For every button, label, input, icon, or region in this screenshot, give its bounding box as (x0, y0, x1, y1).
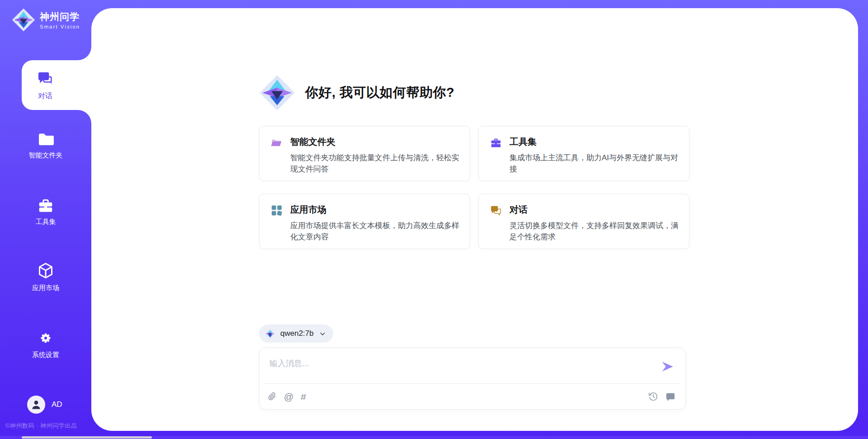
card-title: 对话 (509, 204, 681, 216)
sidebar-item-label: 对话 (38, 91, 52, 101)
tiles-grid-icon (271, 205, 283, 216)
feature-card-toolkit[interactable]: 工具集 集成市场上主流工具，助力AI与外界无缝扩展与对接 (478, 126, 689, 181)
cube-icon (38, 262, 54, 279)
brand-subtitle: Smart Vision (40, 24, 80, 29)
user-profile[interactable]: AD (27, 396, 62, 414)
person-icon (30, 399, 42, 410)
chevron-down-icon (319, 330, 326, 338)
card-body: 应用市场 应用市场提供丰富长文本模板，助力高效生成多样化文章内容 (290, 204, 462, 248)
folder-open-icon (271, 137, 283, 148)
card-title: 智能文件夹 (290, 136, 462, 148)
send-button[interactable] (660, 358, 676, 375)
card-description: 智能文件夹功能支持批量文件上传与清洗，轻松实现文件问答 (290, 152, 462, 175)
chat-square-icon[interactable] (665, 391, 675, 402)
card-body: 对话 灵活切换多模型文件，支持多样回复效果调试，满足个性化需求 (509, 204, 681, 248)
feature-card-chat[interactable]: 对话 灵活切换多模型文件，支持多样回复效果调试，满足个性化需求 (478, 194, 689, 249)
sidebar-item-label: 应用市场 (32, 284, 59, 292)
sidebar-item-label: 智能文件夹 (29, 151, 63, 160)
briefcase-icon (38, 198, 54, 213)
sidebar-item-label: 系统设置 (32, 351, 59, 359)
greeting-header: 你好, 我可以如何帮助你? (259, 75, 454, 111)
card-description: 应用市场提供丰富长文本模板，助力高效生成多样化文章内容 (290, 220, 462, 243)
composer: @ # (259, 348, 686, 410)
avatar (27, 396, 45, 414)
sidebar-item-toolkit[interactable]: 工具集 (0, 198, 91, 226)
toolbar-right (648, 391, 675, 402)
attachment-icon[interactable] (268, 391, 277, 401)
briefcase-icon (490, 137, 502, 148)
tab-content: 对话 (22, 60, 69, 110)
brand: 神州问学 Smart Vision (12, 8, 80, 32)
feature-card-app-market[interactable]: 应用市场 应用市场提供丰富长文本模板，助力高效生成多样化文章内容 (259, 194, 470, 249)
card-body: 智能文件夹 智能文件夹功能支持批量文件上传与清洗，轻松实现文件问答 (290, 136, 462, 181)
model-logo-icon (265, 329, 275, 339)
chat-bubbles-icon (490, 205, 502, 216)
tab-fillet-bottom (78, 110, 91, 124)
gear-icon (38, 330, 54, 346)
sidebar-item-app-market[interactable]: 应用市场 (0, 262, 91, 292)
assistant-logo-icon (259, 75, 295, 111)
sidebar-item-settings[interactable]: 系统设置 (0, 330, 91, 359)
card-title: 应用市场 (290, 204, 462, 216)
composer-toolbar: @ # (268, 384, 675, 409)
model-name: qwen2:7b (280, 329, 314, 338)
tab-fillet-top (78, 47, 91, 60)
card-body: 工具集 集成市场上主流工具，助力AI与外界无缝扩展与对接 (509, 136, 681, 181)
chat-bubbles-icon (36, 69, 54, 87)
brand-text: 神州问学 Smart Vision (40, 10, 80, 29)
model-selector[interactable]: qwen2:7b (259, 324, 333, 343)
brand-name: 神州问学 (40, 10, 80, 23)
card-description: 灵活切换多模型文件，支持多样回复效果调试，满足个性化需求 (509, 220, 681, 243)
user-name: AD (52, 400, 62, 409)
send-icon (660, 359, 675, 374)
brand-logo-icon (12, 8, 35, 32)
feature-cards: 智能文件夹 智能文件夹功能支持批量文件上传与清洗，轻松实现文件问答 工具集 集成… (259, 126, 689, 249)
main-panel: 你好, 我可以如何帮助你? 智能文件夹 智能文件夹功能支持批量文件上传与清洗，轻… (91, 8, 858, 431)
topic-hash-icon[interactable]: # (301, 392, 306, 401)
feature-card-smart-folders[interactable]: 智能文件夹 智能文件夹功能支持批量文件上传与清洗，轻松实现文件问答 (259, 126, 470, 181)
sidebar-item-chat-active[interactable]: 对话 (22, 60, 91, 110)
horizontal-scrollbar[interactable] (0, 436, 868, 439)
sidebar-item-label: 工具集 (36, 218, 56, 226)
greeting-text: 你好, 我可以如何帮助你? (305, 84, 454, 102)
history-icon[interactable] (648, 391, 658, 401)
copyright-text: ©神州数码 · 神州问学出品 (5, 422, 77, 430)
scrollbar-thumb[interactable] (22, 436, 152, 439)
message-input[interactable] (269, 355, 653, 372)
sidebar-item-smart-folders[interactable]: 智能文件夹 (0, 132, 91, 160)
toolbar-left: @ # (268, 391, 306, 401)
card-title: 工具集 (509, 136, 681, 148)
card-description: 集成市场上主流工具，助力AI与外界无缝扩展与对接 (509, 152, 681, 175)
mention-icon[interactable]: @ (284, 392, 293, 401)
folder-icon (38, 132, 54, 147)
